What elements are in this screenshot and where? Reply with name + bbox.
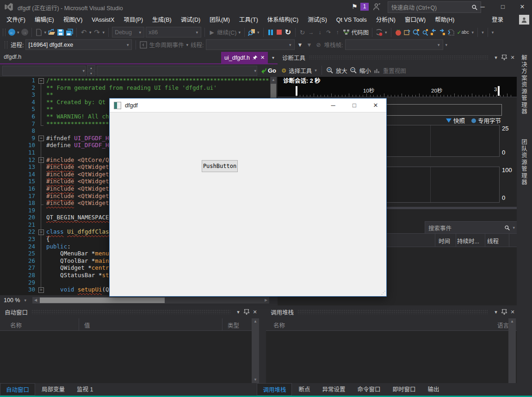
filter-flagged-icon[interactable]: ▼	[306, 41, 313, 49]
qt-app-window[interactable]: dfgdf ─ □ ✕ PushButton ⋰	[109, 98, 387, 297]
undo-dropdown-icon[interactable]: ▾	[89, 30, 92, 35]
bottom-tab-断点[interactable]: 断点	[293, 383, 315, 396]
code-line[interactable]: 2** Form generated from reading UI file …	[0, 84, 278, 92]
feedback-person-icon[interactable]	[373, 3, 381, 11]
nav-spinner[interactable]: ▲ ▼	[87, 65, 95, 76]
find-symbol-icon[interactable]	[412, 29, 420, 36]
fold-collapse-icon[interactable]: −	[38, 287, 44, 293]
menu-item-7[interactable]: 调试(D)	[176, 14, 205, 26]
window-position-dropdown-icon[interactable]: ▾	[492, 55, 500, 61]
side-tab-团队资源管理器[interactable]: 团队资源管理器	[520, 139, 528, 186]
fold-collapse-icon[interactable]: −	[38, 78, 44, 84]
show-next-statement-icon[interactable]: ↻	[299, 28, 306, 37]
zoom-out-icon[interactable]	[350, 67, 357, 74]
menu-item-5[interactable]: 项目(P)	[119, 14, 148, 26]
lifecycle-events-label[interactable]: 生命周期事件	[149, 40, 184, 49]
code-map-label[interactable]: 代码图	[352, 28, 369, 37]
callstack-title-bar[interactable]: 调用堆栈 ▾ ✕	[266, 305, 517, 318]
maximize-button[interactable]: □	[493, 0, 513, 13]
spinner-down-icon[interactable]: ▼	[87, 71, 95, 76]
find-dropdown-icon[interactable]: ▾	[257, 30, 260, 35]
menu-item-10[interactable]: 体系结构(C)	[263, 14, 303, 26]
code-line[interactable]: 1−/*************************************…	[0, 77, 278, 84]
scroll-up-icon[interactable]: ▲	[508, 318, 516, 325]
search-dropdown-icon[interactable]: ▾	[512, 225, 515, 230]
toolbar-overflow-icon-1[interactable]: ▾	[481, 30, 484, 35]
bottom-tab-监视 1[interactable]: 监视 1	[71, 383, 99, 396]
column-header[interactable]: 名称	[273, 321, 285, 329]
spell-check-icon[interactable]: ✓abc	[456, 28, 470, 37]
push-button[interactable]: PushButton	[202, 160, 238, 172]
spinner-up-icon[interactable]: ▲	[87, 65, 95, 70]
select-tool-label[interactable]: 选择工具	[289, 66, 312, 75]
menu-item-1[interactable]: 文件(F)	[2, 14, 30, 26]
fold-collapse-icon[interactable]: −	[38, 230, 44, 235]
tab-dfgdf-h[interactable]: dfgdf.h	[4, 54, 21, 60]
toolbar2-overflow-icon[interactable]: ▾	[445, 43, 448, 47]
diagnostics-title-bar[interactable]: 诊断工具 ▾ ✕	[278, 51, 517, 64]
vassistx-dropdown-icon[interactable]: ▾	[471, 30, 475, 35]
undo-icon[interactable]: ↶	[80, 28, 87, 37]
lifecycle-dropdown-icon[interactable]: ▾	[186, 43, 189, 47]
menu-item-6[interactable]: 生成(B)	[148, 14, 176, 26]
menu-item-15[interactable]: 帮助(H)	[430, 14, 459, 26]
close-button[interactable]: ✕	[513, 0, 532, 13]
open-file-icon[interactable]	[48, 29, 56, 36]
toolbar-overflow-icon-2[interactable]: ▾	[491, 30, 495, 35]
window-position-dropdown-icon[interactable]: ▾	[492, 309, 500, 315]
new-file-dropdown-icon[interactable]: ▾	[44, 30, 47, 35]
timeline-marker[interactable]	[498, 86, 500, 96]
gear-icon[interactable]: ⚙	[281, 67, 286, 74]
continue-play-icon[interactable]: ▶	[208, 28, 216, 37]
save-icon[interactable]	[57, 29, 64, 36]
tab-ui-dfgdf-h[interactable]: ui_dfgdf.h ✕	[221, 52, 268, 63]
search-events-input[interactable]: 搜索事件 ▾	[425, 221, 518, 234]
resize-grip-icon[interactable]: ⋰	[381, 290, 386, 295]
nav-back-context-icon[interactable]	[430, 29, 437, 36]
navigate-forward-icon[interactable]: →	[21, 29, 28, 36]
column-header[interactable]: 持续时...	[457, 236, 479, 245]
zoom-in-label[interactable]: 放大	[336, 66, 347, 75]
timeline-ruler[interactable]: 10秒20秒3	[278, 86, 517, 97]
column-header[interactable]: 类型	[228, 321, 239, 329]
menu-item-8[interactable]: 团队(M)	[205, 14, 235, 26]
menu-item-9[interactable]: 工具(T)	[235, 14, 263, 26]
vassistx-tomato-icon[interactable]	[395, 29, 402, 36]
bottom-tab-调用堆栈[interactable]: 调用堆栈	[257, 383, 292, 396]
member-combo[interactable]: ▾	[97, 66, 257, 76]
side-tab-解决方案资源管理器[interactable]: 解决方案资源管理器	[520, 55, 528, 115]
context-combo[interactable]: ▾	[2, 66, 86, 76]
zoom-out-label[interactable]: 缩小	[359, 66, 371, 75]
sign-in-link[interactable]: 登录	[492, 14, 503, 26]
save-all-icon[interactable]	[66, 29, 73, 36]
column-header[interactable]: 线程	[487, 236, 499, 245]
find-references-icon[interactable]	[421, 29, 428, 36]
step-into-icon[interactable]: ↓	[316, 28, 324, 37]
pin-icon[interactable]	[253, 55, 258, 60]
suspend-threads-icon[interactable]: ⊘	[315, 41, 322, 49]
scroll-up-icon[interactable]: ▲	[270, 77, 277, 83]
menu-item-14[interactable]: 窗口(W)	[400, 14, 430, 26]
menu-item-13[interactable]: 分析(N)	[371, 14, 400, 26]
pin-icon[interactable]	[500, 55, 508, 60]
bottom-tab-即时窗口[interactable]: 即时窗口	[387, 383, 421, 396]
close-panel-icon[interactable]: ✕	[508, 309, 517, 315]
qt-close-button[interactable]: ✕	[365, 99, 386, 112]
solution-configuration-combo[interactable]: Debug ▾	[112, 27, 144, 37]
toolbar-grip[interactable]	[3, 29, 6, 36]
search-icon[interactable]	[504, 225, 510, 231]
surround-with-icon[interactable]	[447, 29, 455, 36]
step-out-icon[interactable]: ↑	[334, 28, 341, 37]
code-line[interactable]: 3**	[0, 91, 278, 99]
quick-launch-search[interactable]: 快速启动 (Ctrl+Q)	[388, 1, 481, 13]
restart-icon[interactable]: ↻	[285, 28, 292, 37]
editor-horizontal-scrollbar[interactable]: ◀ ▶	[32, 297, 269, 304]
new-file-icon[interactable]	[35, 29, 43, 36]
select-tool-dropdown-icon[interactable]: ▾	[314, 68, 317, 73]
minimize-button[interactable]: ─	[473, 0, 492, 13]
zoom-in-icon[interactable]	[326, 67, 334, 74]
stack-frame-combo[interactable]: ▾	[345, 39, 443, 50]
continue-dropdown-icon[interactable]: ▾	[238, 30, 241, 35]
menu-item-2[interactable]: 编辑(E)	[30, 14, 59, 26]
tab-list-dropdown-icon[interactable]: ▾	[272, 55, 274, 60]
